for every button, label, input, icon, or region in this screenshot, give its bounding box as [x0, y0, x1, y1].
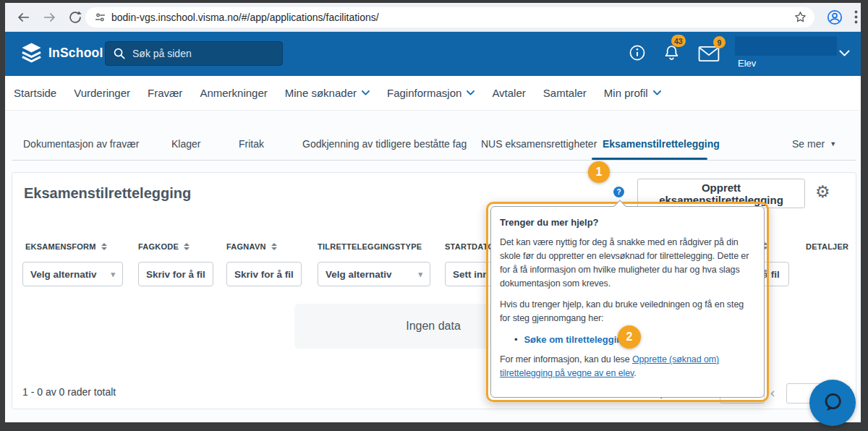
nav-item-mine-soknader[interactable]: Mine søknader [285, 87, 370, 99]
tab-klager[interactable]: Klager [171, 138, 200, 150]
column-header-tilretteleggingstype: TILRETTELEGGINGSTYPE [318, 242, 422, 251]
browser-menu-icon[interactable] [854, 10, 858, 24]
help-icon[interactable]: ? [613, 187, 624, 197]
chevron-down-icon [362, 90, 370, 95]
annotation-step-2-badge: 2 [618, 325, 641, 349]
active-tab-underline [592, 158, 707, 160]
empty-state-text: Ingen data [406, 320, 461, 333]
filter-eksamensform-select[interactable]: Velg alternativ▾ [22, 262, 123, 286]
pagination-prev-icon[interactable]: ‹ [770, 385, 775, 401]
browser-refresh-icon[interactable] [68, 10, 82, 25]
account-chevron-down-icon[interactable] [839, 50, 850, 57]
chat-bubble-icon [817, 387, 848, 419]
column-header-fagnavn[interactable]: FAGNAVN [226, 242, 277, 251]
browser-profile-icon[interactable] [826, 9, 843, 26]
popover-paragraph: Det kan være nyttig for deg å snakke med… [500, 236, 755, 291]
nav-item-vurderinger[interactable]: Vurderinger [74, 87, 130, 99]
site-search-input[interactable]: Søk på siden [105, 41, 283, 66]
popover-title: Trenger du mer hjelp? [500, 216, 755, 229]
browser-address-bar[interactable]: bodin-vgs.inschool.visma.no/#/app/applic… [85, 7, 814, 27]
info-icon[interactable] [628, 43, 647, 62]
tab-godkjenning[interactable]: Godkjenning av tidligere beståtte fag [302, 138, 467, 150]
nav-item-avtaler[interactable]: Avtaler [492, 87, 525, 99]
inschool-logo-icon [20, 43, 43, 63]
bullet-icon: • [514, 333, 517, 346]
browser-back-icon[interactable] [16, 11, 30, 24]
filter-tilretteleggingstype-select[interactable]: Velg alternativ▾ [318, 262, 430, 286]
tabs-divider [12, 160, 856, 161]
screenshot-frame [0, 0, 868, 3]
nav-item-anmerkninger[interactable]: Anmerkninger [200, 87, 267, 99]
column-header-detaljer: DETALJER [806, 242, 848, 251]
nav-item-min-profil[interactable]: Min profil [604, 87, 661, 99]
column-header-fagkode[interactable]: FAGKODE [138, 242, 190, 251]
annotation-step-1-badge: 1 [588, 161, 610, 183]
screenshot-frame [0, 0, 5, 431]
filter-fagkode-input[interactable]: Skriv for å fil [138, 262, 213, 286]
user-role-label: Elev [738, 58, 756, 69]
guide-link[interactable]: Søke om tilrettelegging [524, 333, 628, 346]
popover-paragraph: Hvis du trenger hjelp, kan du bruke veil… [500, 298, 755, 325]
url-text[interactable]: bodin-vgs.inschool.visma.no/#/app/applic… [111, 12, 379, 23]
app-header: InSchool Søk på siden 43 9 Elev [5, 32, 861, 76]
main-nav: Startside Vurderinger Fravær Anmerkninge… [5, 76, 861, 111]
screenshot-frame [861, 0, 868, 431]
messages-badge: 9 [713, 36, 726, 48]
tab-fritak[interactable]: Fritak [239, 138, 264, 150]
chevron-down-icon: ▾ [111, 270, 115, 279]
inschool-logo[interactable]: InSchool [20, 43, 103, 63]
nav-item-startside[interactable]: Startside [14, 87, 56, 99]
chevron-down-icon: ▾ [418, 270, 422, 279]
tab-nus-eksamensrettigheter[interactable]: NUS eksamensrettigheter [481, 138, 597, 150]
nav-item-faginformasjon[interactable]: Faginformasjon [387, 87, 475, 99]
browser-toolbar: bodin-vgs.inschool.visma.no/#/app/applic… [5, 3, 861, 32]
gear-icon[interactable]: ⚙ [815, 182, 830, 202]
filter-fagnavn-input[interactable]: Skriv for å fil [226, 262, 302, 286]
tab-dokumentasjon-av-fravaer[interactable]: Dokumentasjon av fravær [23, 138, 139, 150]
user-name-redacted[interactable] [735, 36, 837, 56]
tab-eksamenstilrettelegging[interactable]: Eksamenstilrettelegging [603, 138, 720, 150]
site-settings-icon[interactable] [95, 12, 106, 22]
sort-icon[interactable] [101, 243, 107, 250]
caret-down-icon: ▼ [830, 140, 836, 148]
chevron-down-icon [467, 90, 475, 95]
screenshot-frame [0, 422, 868, 431]
sort-icon[interactable] [184, 243, 190, 250]
annotation-highlight-ring: Trenger du mer hjelp? Det kan være nytti… [486, 202, 769, 402]
page-title: Eksamenstilrettelegging [24, 185, 191, 202]
column-header-eksamensform[interactable]: EKSAMENSFORM [25, 242, 107, 251]
search-placeholder: Søk på siden [132, 48, 192, 59]
popover-more-info: For mer informasjon, kan du lese Opprett… [500, 353, 755, 380]
sort-icon[interactable] [271, 243, 277, 250]
brand-name: InSchool [48, 46, 103, 61]
chat-button[interactable] [809, 380, 856, 426]
chevron-down-icon [653, 90, 661, 95]
help-popover: Trenger du mer hjelp? Det kan være nytti… [490, 206, 765, 398]
browser-forward-icon[interactable] [43, 11, 57, 24]
tab-se-mer[interactable]: Se mer▼ [792, 138, 836, 150]
bookmark-star-icon[interactable] [793, 10, 807, 24]
rows-summary: 1 - 0 av 0 rader totalt [22, 386, 116, 398]
notifications-badge: 43 [671, 35, 686, 47]
nav-item-fravaer[interactable]: Fravær [148, 87, 182, 99]
nav-item-samtaler[interactable]: Samtaler [543, 87, 587, 99]
popover-caret [614, 200, 626, 213]
search-icon [113, 47, 126, 60]
